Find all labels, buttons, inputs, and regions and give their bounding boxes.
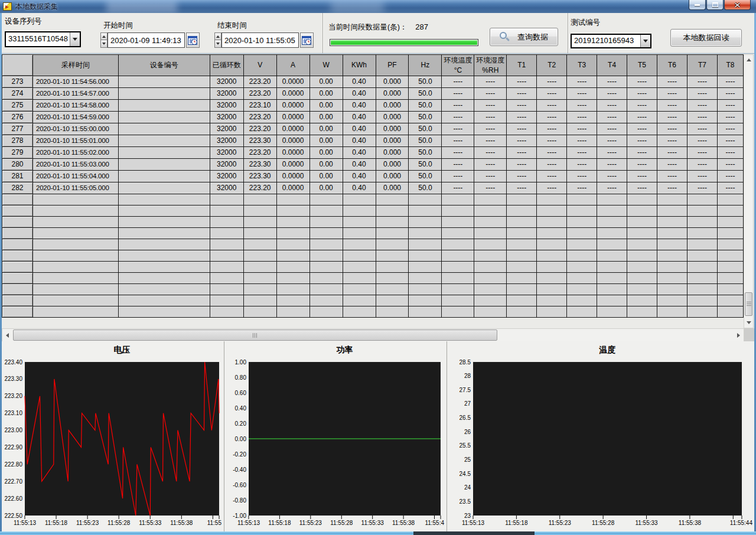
table-cell[interactable]	[32, 239, 118, 250]
table-cell[interactable]: 223.20	[243, 112, 276, 123]
table-cell[interactable]	[2, 228, 33, 239]
table-cell[interactable]: 0.00	[309, 76, 343, 88]
local-data-readback-button[interactable]: 本地数据回读	[670, 29, 742, 47]
table-cell[interactable]: ----	[567, 182, 597, 194]
table-cell[interactable]	[537, 217, 567, 228]
table-cell[interactable]	[2, 194, 33, 205]
table-row-empty[interactable]	[2, 239, 744, 250]
table-cell[interactable]	[627, 295, 657, 306]
horizontal-scrollbar[interactable]	[2, 328, 744, 342]
table-cell[interactable]: 0.0000	[276, 159, 309, 171]
table-cell[interactable]	[118, 88, 210, 100]
table-cell[interactable]	[717, 295, 743, 306]
table-cell[interactable]	[376, 228, 409, 239]
table-cell[interactable]	[657, 284, 687, 295]
table-cell[interactable]	[687, 295, 717, 306]
table-cell[interactable]	[507, 217, 537, 228]
table-cell[interactable]	[409, 295, 442, 306]
table-cell[interactable]: 279	[2, 147, 33, 159]
table-cell[interactable]	[597, 284, 627, 295]
table-cell[interactable]: 0.00	[309, 182, 343, 194]
table-cell[interactable]	[343, 284, 376, 295]
table-cell[interactable]	[567, 273, 597, 284]
table-cell[interactable]	[537, 228, 567, 239]
table-cell[interactable]: ----	[442, 135, 474, 147]
table-cell[interactable]: 223.30	[243, 135, 276, 147]
table-cell[interactable]	[118, 100, 210, 112]
table-cell[interactable]	[376, 306, 409, 318]
table-cell[interactable]	[343, 306, 376, 318]
table-cell[interactable]: 0.0000	[276, 123, 309, 135]
table-cell[interactable]: 0.00	[309, 171, 343, 182]
table-cell[interactable]: ----	[687, 159, 717, 171]
table-row[interactable]: 2802020-01-10 11:55:03.00032000223.300.0…	[2, 159, 744, 171]
table-cell[interactable]: 273	[2, 76, 33, 88]
table-cell[interactable]	[474, 306, 507, 318]
table-cell[interactable]	[627, 239, 657, 250]
table-cell[interactable]	[118, 262, 210, 273]
vertical-scrollbar-thumb[interactable]	[745, 292, 752, 316]
table-cell[interactable]	[657, 295, 687, 306]
table-cell[interactable]	[118, 182, 210, 194]
table-cell[interactable]	[276, 306, 309, 318]
table-cell[interactable]: 0.000	[376, 171, 409, 182]
table-row-empty[interactable]	[2, 262, 744, 273]
table-cell[interactable]: ----	[597, 76, 627, 88]
table-cell[interactable]: 50.0	[409, 147, 442, 159]
table-cell[interactable]	[210, 306, 243, 318]
table-cell[interactable]	[537, 273, 567, 284]
table-cell[interactable]	[717, 205, 743, 217]
table-cell[interactable]	[657, 306, 687, 318]
table-cell[interactable]	[276, 284, 309, 295]
table-cell[interactable]	[567, 194, 597, 205]
table-cell[interactable]	[537, 262, 567, 273]
table-cell[interactable]	[687, 273, 717, 284]
table-cell[interactable]	[567, 284, 597, 295]
table-cell[interactable]	[657, 273, 687, 284]
table-cell[interactable]: ----	[474, 112, 507, 123]
table-row-empty[interactable]	[2, 205, 744, 217]
table-cell[interactable]: 0.00	[309, 135, 343, 147]
table-row-empty[interactable]	[2, 228, 744, 239]
table-cell[interactable]	[376, 262, 409, 273]
close-button[interactable]	[724, 0, 751, 10]
table-cell[interactable]	[343, 250, 376, 262]
table-cell[interactable]: ----	[507, 88, 537, 100]
table-cell[interactable]	[210, 273, 243, 284]
table-cell[interactable]	[343, 205, 376, 217]
table-cell[interactable]: 0.00	[309, 123, 343, 135]
table-cell[interactable]	[210, 205, 243, 217]
table-cell[interactable]: ----	[687, 88, 717, 100]
data-table[interactable]: 采样时间设备编号已循环数VAWKWhPFHz环境温度°C环境湿度%RHT1T2T…	[2, 54, 744, 318]
table-cell[interactable]	[118, 205, 210, 217]
table-cell[interactable]: 223.20	[243, 76, 276, 88]
table-cell[interactable]: 2020-01-10 11:54:57.000	[32, 88, 118, 100]
table-cell[interactable]	[309, 228, 343, 239]
table-cell[interactable]	[409, 217, 442, 228]
table-cell[interactable]	[118, 306, 210, 318]
table-cell[interactable]	[118, 171, 210, 182]
table-cell[interactable]	[657, 217, 687, 228]
table-cell[interactable]	[567, 205, 597, 217]
table-cell[interactable]	[243, 306, 276, 318]
table-cell[interactable]: 32000	[210, 123, 243, 135]
table-cell[interactable]	[507, 239, 537, 250]
table-cell[interactable]	[687, 194, 717, 205]
table-cell[interactable]: 0.40	[343, 123, 376, 135]
table-cell[interactable]	[118, 295, 210, 306]
table-cell[interactable]: 0.000	[376, 100, 409, 112]
table-cell[interactable]	[537, 306, 567, 318]
table-cell[interactable]: ----	[627, 135, 657, 147]
table-cell[interactable]	[627, 262, 657, 273]
table-cell[interactable]	[597, 217, 627, 228]
table-cell[interactable]	[376, 239, 409, 250]
table-cell[interactable]	[442, 239, 474, 250]
table-cell[interactable]	[442, 295, 474, 306]
table-cell[interactable]: ----	[507, 159, 537, 171]
table-cell[interactable]: ----	[507, 100, 537, 112]
spin-up-button[interactable]	[214, 32, 221, 40]
table-cell[interactable]: ----	[717, 147, 743, 159]
table-cell[interactable]: 0.00	[309, 147, 343, 159]
table-cell[interactable]	[118, 135, 210, 147]
table-cell[interactable]: 0.0000	[276, 171, 309, 182]
